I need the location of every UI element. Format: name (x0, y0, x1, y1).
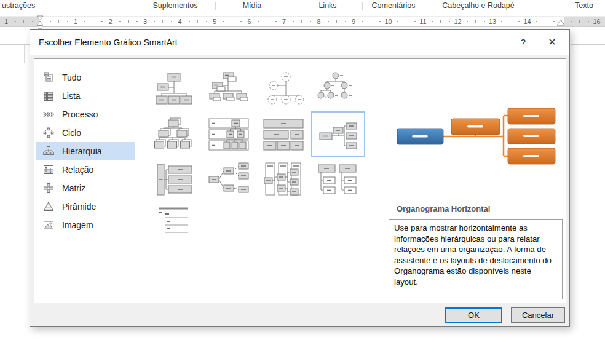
ruler-tick (310, 21, 311, 22)
ruler-number: 14 (523, 17, 531, 26)
hierarquia-rotulada-thumbnail (208, 117, 249, 152)
ruler-tick (336, 20, 337, 23)
indent-marker[interactable] (36, 15, 44, 30)
ruler-tick (128, 20, 129, 23)
ribbon-group-label: Links (318, 1, 336, 10)
gallery-item-lista-arquitetura[interactable] (256, 157, 310, 202)
ruler-number: 13 (489, 17, 496, 26)
sidebar-item-label: Pirâmide (62, 202, 96, 212)
layout-gallery (137, 59, 386, 303)
ruler-tick (475, 20, 476, 23)
ribbon-group-divider (285, 2, 285, 10)
cancel-button[interactable]: Cancelar (511, 307, 565, 323)
ruler-tick (23, 20, 24, 23)
hierarquia-imagem-circulo-thumbnail (317, 71, 359, 106)
lista-hierarquia-thumbnail (318, 164, 358, 196)
ribbon-group-strip: ustraçõesSuplementosMídiaLinksComentário… (0, 0, 605, 12)
ribbon-group-label: Texto (575, 1, 593, 10)
smartart-dialog: Escolher Elemento Gráfico SmartArt ? ✕ T… (30, 29, 570, 327)
ruler-tick (101, 21, 103, 22)
sidebar-item-relacao[interactable]: Relação (36, 160, 135, 179)
ruler-number: 4 (178, 17, 181, 26)
hierarchy-icon (43, 146, 54, 157)
ruler-tick (371, 20, 371, 23)
ruler-tick (328, 21, 329, 22)
gallery-item-lista-alinhada[interactable] (147, 202, 201, 240)
sidebar-item-label: Ciclo (62, 128, 81, 138)
dialog-titlebar[interactable]: Escolher Elemento Gráfico SmartArt ? ✕ (30, 30, 569, 55)
ruler-tick (536, 21, 537, 22)
ruler-band: 1123456789101112131416 (0, 17, 605, 26)
organograma-thumbnail (155, 71, 193, 106)
gallery-item-hierarquia-horizontal[interactable] (202, 157, 256, 202)
ruler-tick (301, 20, 302, 23)
ruler-tick (197, 20, 198, 23)
sidebar-item-piramide[interactable]: Pirâmide (36, 197, 135, 216)
ruler-number: 11 (419, 17, 426, 26)
organograma-nome-titulo-thumbnail (208, 71, 249, 106)
ruler-tick (206, 21, 207, 22)
gallery-item-organograma-nome-titulo[interactable] (202, 68, 256, 109)
sidebar-item-matriz[interactable]: Matriz (36, 179, 135, 197)
gallery-item-hierarquia-rotulada[interactable] (202, 111, 256, 157)
sidebar-item-hierarquia[interactable]: Hierarquia (36, 142, 135, 160)
ruler-tick (50, 21, 51, 22)
ruler-tick (162, 20, 163, 23)
ruler-number: 12 (454, 17, 461, 26)
ruler-tick (406, 20, 406, 23)
ruler-tick (84, 21, 85, 22)
ruler-tick (545, 20, 545, 23)
gallery-item-lista-hierarquia[interactable] (311, 157, 365, 202)
ruler-number: 3 (143, 17, 147, 26)
sidebar-item-ciclo[interactable]: Ciclo (36, 124, 135, 142)
ruler-tick (258, 21, 259, 22)
ok-button[interactable]: OK (445, 307, 502, 323)
sidebar-item-lista[interactable]: Lista (36, 87, 135, 105)
right-indent-marker[interactable] (556, 20, 565, 26)
organograma-horizontal-thumbnail (318, 119, 358, 150)
gallery-item-hierarquia-imagem-circulo[interactable] (311, 68, 365, 109)
ruler-number: 9 (352, 17, 355, 26)
close-icon[interactable]: ✕ (540, 30, 564, 55)
ruler[interactable]: 1123456789101112131416 (0, 16, 605, 27)
ruler-number: 7 (282, 17, 286, 26)
picture-icon (43, 220, 54, 231)
gallery-item-organograma-imagem[interactable] (147, 111, 201, 157)
ruler-tick (240, 21, 242, 22)
ruler-tick (510, 20, 510, 23)
ruler-tick (345, 21, 346, 22)
gallery-item-organograma-horizontal[interactable] (311, 111, 365, 157)
page-boundary-line (571, 44, 605, 45)
lista-arquitetura-thumbnail (264, 162, 302, 197)
gallery-item-organograma-meio-circulo[interactable] (256, 68, 310, 109)
gallery-item-hierarquia-tabela[interactable] (256, 111, 310, 157)
gallery-item-organograma[interactable] (147, 68, 201, 109)
organograma-imagem-thumbnail (154, 117, 194, 152)
ruler-tick (15, 21, 16, 22)
ruler-tick (414, 21, 416, 22)
hierarquia-rotulada-horizontal-thumbnail (154, 162, 194, 197)
gallery-item-hierarquia-rotulada-horizontal[interactable] (147, 157, 201, 202)
ruler-tick (154, 21, 155, 22)
all-icon (43, 72, 54, 83)
sidebar-item-imagem[interactable]: Imagem (36, 216, 135, 234)
hierarquia-tabela-thumbnail (263, 117, 304, 152)
sidebar-item-tudo[interactable]: Tudo (36, 68, 135, 87)
dialog-title: Escolher Elemento Gráfico SmartArt (39, 30, 178, 55)
sidebar-item-label: Hierarquia (62, 146, 102, 156)
hierarquia-horizontal-thumbnail (208, 162, 249, 197)
ruler-tick (501, 21, 502, 22)
preview-description: Use para mostrar horizontalmente as info… (389, 219, 563, 299)
sidebar-item-label: Processo (62, 109, 98, 119)
ruler-number: 8 (317, 17, 320, 26)
sidebar-item-label: Imagem (62, 220, 93, 230)
help-button[interactable]: ? (513, 30, 534, 55)
ruler-tick (484, 21, 485, 22)
ruler-tick (432, 21, 433, 22)
ruler-tick (58, 20, 59, 23)
ruler-number: 2 (108, 17, 112, 26)
sidebar-item-processo[interactable]: Processo (36, 105, 135, 124)
ruler-number: 6 (247, 17, 251, 26)
ribbon-group-label: Comentários (372, 1, 416, 10)
ruler-tick (579, 20, 580, 23)
